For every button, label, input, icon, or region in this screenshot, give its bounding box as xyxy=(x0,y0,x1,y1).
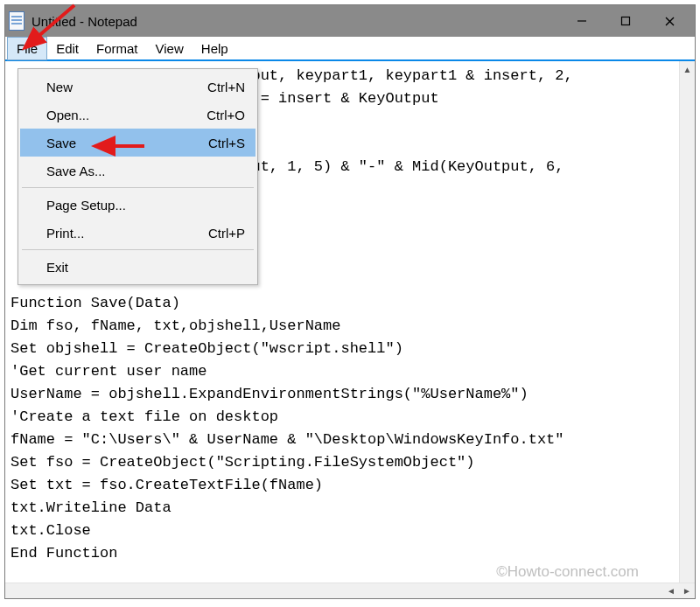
titlebar[interactable]: Untitled - Notepad xyxy=(5,5,695,37)
svg-rect-1 xyxy=(622,17,630,25)
menu-item-page-setup[interactable]: Page Setup... xyxy=(20,191,256,219)
menu-item-new[interactable]: New Ctrl+N xyxy=(20,73,256,101)
menu-item-save[interactable]: Save Ctrl+S xyxy=(20,129,256,157)
vertical-scrollbar[interactable]: ▲ xyxy=(679,61,695,583)
file-menu-dropdown: New Ctrl+N Open... Ctrl+O Save Ctrl+S Sa… xyxy=(18,68,258,285)
horizontal-scrollbar[interactable]: ◄ ► xyxy=(5,583,695,598)
menu-item-print[interactable]: Print... Ctrl+P xyxy=(20,219,256,247)
window-title: Untitled - Notepad xyxy=(32,14,560,29)
close-button[interactable] xyxy=(648,5,691,37)
scroll-up-icon[interactable]: ▲ xyxy=(680,61,695,77)
watermark: ©Howto-connect.com xyxy=(496,563,639,581)
menu-help[interactable]: Help xyxy=(192,38,237,59)
scroll-left-icon[interactable]: ◄ xyxy=(663,583,679,598)
window-buttons xyxy=(560,5,691,37)
notepad-icon xyxy=(9,11,24,31)
maximize-button[interactable] xyxy=(604,5,648,37)
menu-item-save-as[interactable]: Save As... xyxy=(20,157,256,185)
menu-item-exit[interactable]: Exit xyxy=(20,253,256,281)
menu-edit[interactable]: Edit xyxy=(47,38,88,59)
menu-item-open[interactable]: Open... Ctrl+O xyxy=(20,101,256,129)
scroll-right-icon[interactable]: ► xyxy=(679,583,695,598)
minimize-button[interactable] xyxy=(560,5,604,37)
menu-format[interactable]: Format xyxy=(88,38,147,59)
menu-view[interactable]: View xyxy=(147,38,192,59)
menu-separator xyxy=(22,187,254,188)
menu-separator xyxy=(22,249,254,250)
menubar: File Edit Format View Help xyxy=(5,37,695,61)
menu-file[interactable]: File xyxy=(7,37,47,60)
